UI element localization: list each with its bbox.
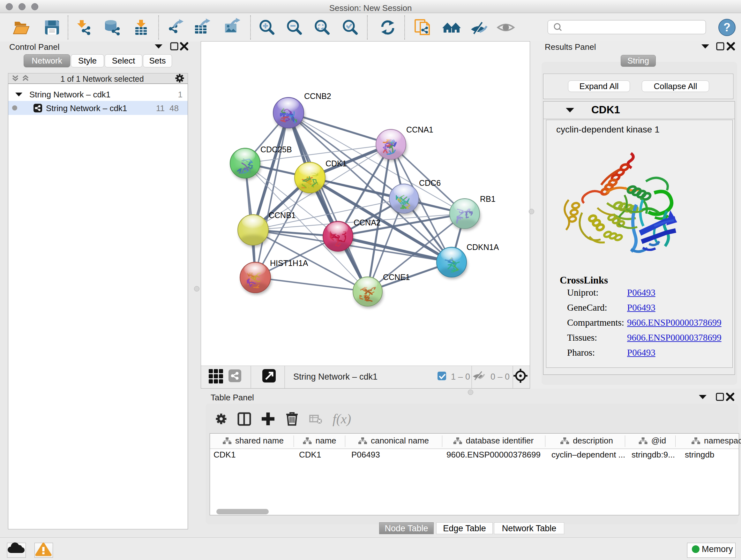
svg-text:CCNB1: CCNB1	[269, 211, 296, 220]
svg-text:CDC25B: CDC25B	[260, 145, 292, 154]
svg-text:CCNA1: CCNA1	[406, 125, 433, 134]
svg-text:CDK1: CDK1	[326, 159, 347, 168]
svg-text:HIST1H1A: HIST1H1A	[270, 259, 308, 267]
svg-text:RB1: RB1	[480, 194, 495, 203]
svg-text:f(x): f(x)	[333, 412, 351, 427]
svg-text:CDKN1A: CDKN1A	[467, 243, 499, 252]
svg-text:CCNB2: CCNB2	[304, 91, 331, 101]
svg-text:?: ?	[724, 21, 731, 34]
svg-text:CCNA2: CCNA2	[354, 218, 381, 227]
svg-text:CDC6: CDC6	[419, 179, 441, 187]
svg-text:CCNE1: CCNE1	[383, 273, 410, 282]
